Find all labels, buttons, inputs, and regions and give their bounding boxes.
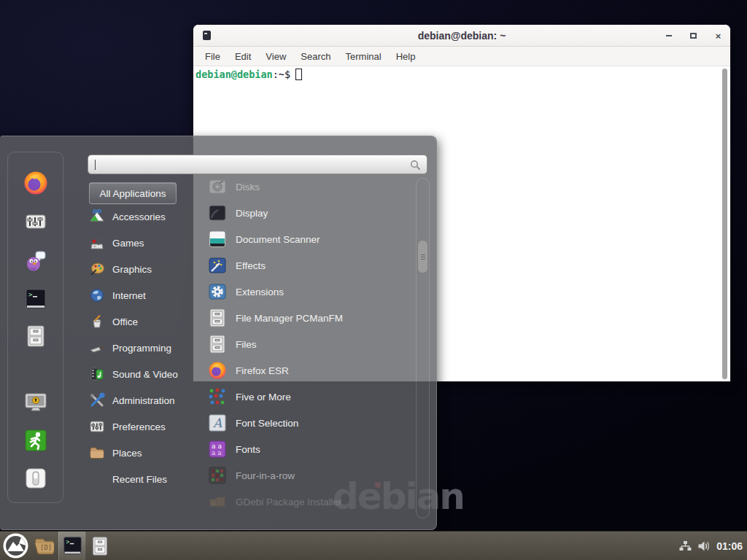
display-icon bbox=[208, 203, 227, 222]
favorite-settings[interactable] bbox=[23, 209, 49, 235]
administration-icon bbox=[89, 392, 105, 408]
category-administration[interactable]: Administration bbox=[89, 387, 198, 413]
search-icon bbox=[410, 160, 421, 171]
category-internet[interactable]: Internet bbox=[89, 282, 198, 308]
app-files[interactable]: Files bbox=[208, 331, 412, 357]
accessories-icon bbox=[89, 209, 105, 225]
menu-scrollbar-thumb[interactable] bbox=[417, 240, 428, 273]
files-icon bbox=[208, 335, 227, 354]
preferences-sliders-icon bbox=[24, 210, 47, 233]
taskbar-terminal[interactable]: > bbox=[58, 532, 86, 560]
terminal-taskbar-icon: > bbox=[62, 535, 83, 556]
app-effects[interactable]: Effects bbox=[208, 252, 412, 279]
all-applications-button[interactable]: All Applications bbox=[89, 182, 177, 204]
app-display[interactable]: Display bbox=[208, 200, 412, 226]
category-label: Programming bbox=[112, 343, 171, 354]
shutdown-icon bbox=[24, 467, 47, 490]
file-manager-icon bbox=[208, 308, 227, 327]
menu-search[interactable]: Search bbox=[293, 48, 338, 65]
minimize-button[interactable] bbox=[664, 31, 673, 41]
category-accessories[interactable]: Accessories bbox=[89, 203, 198, 230]
category-label: Games bbox=[112, 238, 144, 249]
places-icon bbox=[89, 445, 105, 461]
category-games[interactable]: Games bbox=[89, 230, 198, 256]
svg-text:[D]: [D] bbox=[40, 544, 52, 551]
taskbar-files[interactable] bbox=[86, 532, 114, 560]
favorite-lock-screen[interactable] bbox=[23, 389, 49, 416]
category-label: Administration bbox=[112, 395, 175, 406]
terminal-scrollbar[interactable] bbox=[721, 68, 729, 380]
terminal-scrollbar-thumb[interactable] bbox=[722, 69, 727, 379]
app-label: Disks bbox=[236, 182, 260, 192]
logout-icon bbox=[24, 429, 47, 452]
favorite-pidgin[interactable] bbox=[23, 248, 49, 274]
menu-terminal[interactable]: Terminal bbox=[338, 48, 389, 65]
font-selection-icon: A bbox=[208, 413, 227, 432]
effects-icon bbox=[208, 256, 227, 275]
app-label: Five or More bbox=[236, 392, 291, 402]
favorite-logout[interactable] bbox=[23, 427, 49, 454]
internet-icon bbox=[89, 287, 105, 303]
app-five-or-more[interactable]: Five or More bbox=[208, 384, 412, 410]
category-label: Sound & Video bbox=[112, 369, 178, 380]
app-extensions[interactable]: Extensions bbox=[208, 279, 412, 305]
taskbar-file-manager-folder[interactable]: [D] bbox=[31, 532, 58, 560]
extensions-icon bbox=[208, 282, 227, 301]
maximize-button[interactable] bbox=[689, 31, 698, 41]
terminal-title: debian@debian: ~ bbox=[418, 30, 506, 42]
menu-button[interactable] bbox=[0, 532, 31, 560]
app-font-selection[interactable]: A Font Selection bbox=[208, 410, 412, 436]
menu-view[interactable]: View bbox=[258, 48, 293, 65]
firefox-esr-icon bbox=[208, 361, 227, 380]
favorite-files[interactable] bbox=[23, 323, 49, 349]
category-preferences[interactable]: Preferences bbox=[89, 413, 198, 440]
volume-icon[interactable] bbox=[697, 540, 711, 552]
app-gdebi-package-installer[interactable]: GDebi Package Installer bbox=[208, 489, 412, 515]
close-button[interactable]: × bbox=[713, 31, 723, 41]
app-file-manager-pcmanfm[interactable]: File Manager PCManFM bbox=[208, 305, 412, 331]
menu-help[interactable]: Help bbox=[389, 48, 423, 65]
app-label: Four-in-a-row bbox=[236, 470, 295, 481]
favorite-terminal[interactable]: > bbox=[23, 286, 49, 312]
favorite-shutdown[interactable] bbox=[23, 465, 49, 491]
fonts-icon: a a a a bbox=[208, 440, 227, 459]
app-firefox-esr[interactable]: Firefox ESR bbox=[208, 357, 412, 384]
applications-menu: > bbox=[0, 136, 437, 530]
app-document-scanner[interactable]: Document Scanner bbox=[208, 226, 412, 252]
category-sound-video[interactable]: Sound & Video bbox=[89, 361, 198, 387]
app-label: GDebi Package Installer bbox=[236, 497, 342, 508]
category-programming[interactable]: Programming bbox=[89, 335, 198, 361]
app-label: Document Scanner bbox=[236, 234, 320, 245]
svg-text:>: > bbox=[28, 291, 33, 298]
app-fonts[interactable]: a a a a Fonts bbox=[208, 436, 412, 462]
favorite-firefox[interactable] bbox=[23, 170, 49, 196]
file-cabinet-icon bbox=[25, 324, 47, 348]
svg-text:A: A bbox=[212, 416, 222, 430]
category-places[interactable]: Places bbox=[89, 440, 198, 466]
category-label: Places bbox=[112, 448, 142, 459]
prompt-user-host: debian@debian bbox=[196, 69, 273, 80]
category-recent-files[interactable]: Recent Files bbox=[89, 466, 198, 492]
firefox-icon bbox=[23, 171, 48, 195]
menu-file[interactable]: File bbox=[198, 48, 228, 65]
terminal-titlebar[interactable]: debian@debian: ~ × bbox=[193, 25, 730, 47]
svg-text:a a: a a bbox=[212, 449, 222, 456]
category-label: Preferences bbox=[112, 421, 166, 432]
taskbar-clock[interactable]: 01:06 bbox=[716, 540, 743, 552]
menu-search-input[interactable] bbox=[88, 155, 427, 174]
category-graphics[interactable]: Graphics bbox=[89, 256, 198, 282]
network-icon[interactable] bbox=[679, 540, 692, 552]
gdebi-icon bbox=[208, 492, 227, 511]
prompt-path: :~$ bbox=[273, 69, 290, 80]
favorites-panel: > bbox=[7, 152, 63, 503]
menu-scrollbar[interactable] bbox=[416, 178, 430, 518]
category-office[interactable]: Office bbox=[89, 308, 198, 335]
app-label: Firefox ESR bbox=[236, 365, 289, 376]
pidgin-icon bbox=[24, 249, 47, 273]
category-label: Graphics bbox=[112, 264, 152, 275]
app-disks[interactable]: Disks bbox=[208, 174, 412, 200]
menu-edit[interactable]: Edit bbox=[228, 48, 258, 65]
four-in-a-row-icon bbox=[208, 466, 227, 485]
terminal-menubar: File Edit View Search Terminal Help bbox=[193, 47, 730, 66]
app-four-in-a-row[interactable]: Four-in-a-row bbox=[208, 462, 412, 489]
